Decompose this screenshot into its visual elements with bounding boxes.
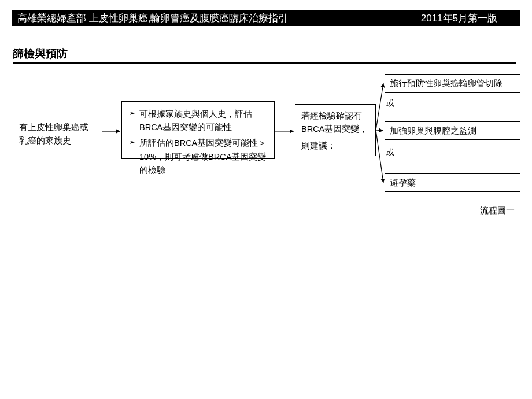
optC-text: 避孕藥 <box>390 178 416 187</box>
header-left: 高雄榮總婦產部 上皮性卵巢癌,輸卵管癌及腹膜癌臨床治療指引 <box>17 12 421 25</box>
box3-line1: 若經檢驗確認有 <box>301 109 370 123</box>
flowchart-area: 有上皮性卵巢癌或乳癌的家族史 可根據家族史與個人史，評估BRCA基因突變的可能性… <box>0 64 532 399</box>
bullet2-text: 所評估的BRCA基因突變可能性＞10%，則可考慮做BRCA基因突變的檢驗 <box>139 138 267 174</box>
node-option-oophorectomy: 施行預防性卵巢癌輸卵管切除 <box>385 74 520 93</box>
section-heading-text: 篩檢與預防 <box>13 47 68 60</box>
section-heading: 篩檢與預防 <box>13 46 516 64</box>
header-right: 2011年5月第一版 <box>421 12 497 25</box>
title-bar: 高雄榮總婦產部 上皮性卵巢癌,輸卵管癌及腹膜癌臨床治療指引 2011年5月第一版 <box>12 10 520 26</box>
node-brca-assessment: 可根據家族史與個人史，評估BRCA基因突變的可能性 所評估的BRCA基因突變可能… <box>121 101 275 159</box>
optB-text: 加強卵巢與腹腔之監測 <box>390 126 476 135</box>
node-family-history-text: 有上皮性卵巢癌或乳癌的家族史 <box>19 123 88 145</box>
node-family-history: 有上皮性卵巢癌或乳癌的家族史 <box>13 116 102 147</box>
or-label-2: 或 <box>386 147 394 158</box>
svg-line-3 <box>376 130 383 131</box>
node-option-contraceptive: 避孕藥 <box>385 173 520 192</box>
node-option-monitoring: 加強卵巢與腹腔之監測 <box>385 121 520 140</box>
figure-caption: 流程圖一 <box>480 205 515 216</box>
box3-line3: 則建議： <box>301 139 370 153</box>
bullet-ten-percent: 所評估的BRCA基因突變可能性＞10%，則可考慮做BRCA基因突變的檢驗 <box>129 136 267 177</box>
or-label-1: 或 <box>386 98 394 109</box>
svg-line-4 <box>376 130 383 183</box>
bullet1-text: 可根據家族史與個人史，評估BRCA基因突變的可能性 <box>139 109 252 132</box>
node-brca-confirmed: 若經檢驗確認有 BRCA基因突變， 則建議： <box>295 104 376 156</box>
svg-line-2 <box>376 83 383 130</box>
bullet-assess-possibility: 可根據家族史與個人史，評估BRCA基因突變的可能性 <box>129 108 267 134</box>
box3-line2: BRCA基因突變， <box>301 123 370 136</box>
optA-text: 施行預防性卵巢癌輸卵管切除 <box>390 79 503 88</box>
